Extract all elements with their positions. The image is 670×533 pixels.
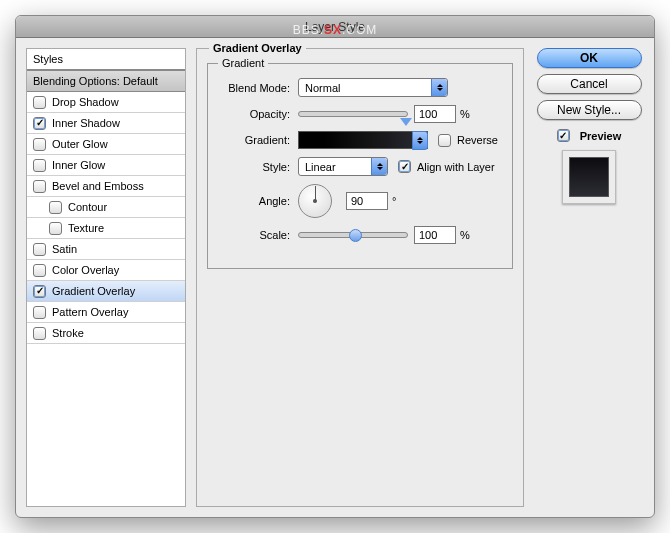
needle-icon	[315, 186, 316, 201]
style-color-overlay[interactable]: Color Overlay	[27, 260, 185, 281]
blend-mode-value: Normal	[299, 82, 431, 94]
cancel-button[interactable]: Cancel	[537, 74, 642, 94]
style-stroke[interactable]: Stroke	[27, 323, 185, 344]
style-label: Inner Glow	[52, 159, 105, 171]
style-texture[interactable]: Texture	[27, 218, 185, 239]
scale-input[interactable]	[414, 226, 456, 244]
reverse-label: Reverse	[457, 134, 498, 146]
style-pattern-overlay[interactable]: Pattern Overlay	[27, 302, 185, 323]
reverse-checkbox[interactable]	[438, 134, 451, 147]
style-label: Drop Shadow	[52, 96, 119, 108]
style-bevel-emboss[interactable]: Bevel and Emboss	[27, 176, 185, 197]
preview-thumb	[569, 157, 609, 197]
angle-dial[interactable]	[298, 184, 332, 218]
checkbox-icon[interactable]	[33, 285, 46, 298]
titlebar: Layer Style BBS.SX.COM	[16, 16, 654, 38]
style-label: Gradient Overlay	[52, 285, 135, 297]
inner-group-title: Gradient	[218, 57, 268, 69]
style-satin[interactable]: Satin	[27, 239, 185, 260]
window-title: Layer Style	[305, 20, 365, 34]
checkbox-icon[interactable]	[33, 96, 46, 109]
style-label: Pattern Overlay	[52, 306, 128, 318]
checkbox-icon[interactable]	[49, 201, 62, 214]
angle-input[interactable]	[346, 192, 388, 210]
preview-label: Preview	[580, 130, 622, 142]
style-contour[interactable]: Contour	[27, 197, 185, 218]
gradient-label: Gradient:	[218, 134, 298, 146]
settings-panel: Gradient Overlay Gradient Blend Mode: No…	[196, 48, 524, 507]
scale-unit: %	[460, 229, 470, 241]
gradient-group: Gradient Blend Mode: Normal Opacity: %	[207, 63, 513, 269]
opacity-unit: %	[460, 108, 470, 120]
style-label: Contour	[68, 201, 107, 213]
checkbox-icon[interactable]	[33, 264, 46, 277]
align-label: Align with Layer	[417, 161, 495, 173]
styles-list: Styles Blending Options: Default Drop Sh…	[26, 48, 186, 507]
right-panel: OK Cancel New Style... Preview	[534, 48, 644, 507]
checkbox-icon[interactable]	[33, 180, 46, 193]
style-inner-glow[interactable]: Inner Glow	[27, 155, 185, 176]
ok-button[interactable]: OK	[537, 48, 642, 68]
style-label: Color Overlay	[52, 264, 119, 276]
layer-style-dialog: Layer Style BBS.SX.COM Styles Blending O…	[15, 15, 655, 518]
new-style-button[interactable]: New Style...	[537, 100, 642, 120]
group-title: Gradient Overlay	[209, 42, 306, 54]
opacity-input[interactable]	[414, 105, 456, 123]
styles-header[interactable]: Styles	[27, 49, 185, 70]
updown-icon	[431, 79, 447, 96]
style-label: Outer Glow	[52, 138, 108, 150]
checkbox-icon[interactable]	[33, 306, 46, 319]
style-select-label: Style:	[218, 161, 298, 173]
scale-slider[interactable]	[298, 232, 408, 238]
checkbox-icon[interactable]	[33, 327, 46, 340]
opacity-label: Opacity:	[218, 108, 298, 120]
blend-mode-select[interactable]: Normal	[298, 78, 448, 97]
style-gradient-overlay[interactable]: Gradient Overlay	[27, 281, 185, 302]
style-value: Linear	[299, 161, 371, 173]
style-label: Satin	[52, 243, 77, 255]
checkbox-icon[interactable]	[33, 243, 46, 256]
checkbox-icon[interactable]	[33, 117, 46, 130]
angle-label: Angle:	[218, 195, 298, 207]
style-inner-shadow[interactable]: Inner Shadow	[27, 113, 185, 134]
style-label: Stroke	[52, 327, 84, 339]
checkbox-icon[interactable]	[33, 138, 46, 151]
scale-label: Scale:	[218, 229, 298, 241]
updown-icon	[371, 158, 387, 175]
blending-options[interactable]: Blending Options: Default	[27, 70, 185, 92]
style-label: Inner Shadow	[52, 117, 120, 129]
opacity-slider[interactable]	[298, 111, 408, 117]
preview-checkbox[interactable]	[557, 129, 570, 142]
checkbox-icon[interactable]	[33, 159, 46, 172]
slider-thumb-icon[interactable]	[349, 229, 362, 242]
slider-thumb-icon[interactable]	[400, 118, 412, 126]
preview-swatch	[562, 150, 616, 204]
dropdown-icon[interactable]	[412, 131, 428, 150]
angle-unit: °	[392, 195, 396, 207]
style-outer-glow[interactable]: Outer Glow	[27, 134, 185, 155]
align-checkbox[interactable]	[398, 160, 411, 173]
style-label: Bevel and Emboss	[52, 180, 144, 192]
checkbox-icon[interactable]	[49, 222, 62, 235]
style-select[interactable]: Linear	[298, 157, 388, 176]
blend-mode-label: Blend Mode:	[218, 82, 298, 94]
style-drop-shadow[interactable]: Drop Shadow	[27, 92, 185, 113]
gradient-picker[interactable]	[298, 131, 428, 149]
style-label: Texture	[68, 222, 104, 234]
